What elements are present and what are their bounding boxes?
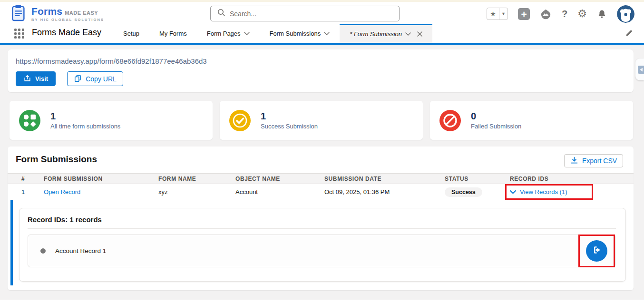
- open-record-link[interactable]: Open Record: [44, 188, 80, 195]
- record-ids-card: Record IDs: 1 records Account Record 1: [19, 208, 626, 282]
- favorites-button-group[interactable]: ★ ▼: [487, 8, 508, 20]
- copy-url-button-label: Copy URL: [86, 75, 117, 83]
- column-header-submission-date: SUBMISSION DATE: [324, 176, 445, 182]
- stat-card-all-submissions: 1 All time form submissions: [10, 101, 213, 140]
- global-search[interactable]: [210, 6, 400, 21]
- column-header-record-ids: RECORD IDS: [510, 176, 634, 182]
- shapes-icon: [19, 110, 40, 131]
- page-body: https://formsmadeasy.app/form/68e66fd92f…: [0, 45, 644, 303]
- tab-form-pages[interactable]: Form Pages: [197, 24, 260, 43]
- tab-my-forms[interactable]: My Forms: [149, 24, 197, 43]
- export-csv-button[interactable]: Export CSV: [564, 154, 623, 167]
- brand-logo: Forms MADE EASY BY HIC GLOBAL SOLUTIONS: [10, 4, 104, 24]
- stat-card-failed: 0 Failed Submission: [430, 101, 633, 140]
- brand-suffix: MADE EASY: [65, 10, 98, 16]
- tab-form-submission-active[interactable]: * Form Submission: [340, 24, 432, 43]
- global-actions-plus-icon[interactable]: +: [518, 8, 530, 20]
- brand-name: Forms: [31, 6, 62, 17]
- column-header-num: #: [21, 176, 44, 182]
- clipboard-logo-icon: [10, 4, 28, 24]
- form-url-text: https://formsmadeasy.app/form/68e66fd92f…: [16, 57, 625, 65]
- edit-pencil-icon[interactable]: [625, 29, 633, 39]
- bottom-edge-strip: [0, 300, 644, 303]
- column-header-status: STATUS: [445, 176, 510, 182]
- chevron-down-icon[interactable]: [244, 32, 250, 35]
- ban-icon: [439, 110, 461, 131]
- guidance-trailhead-icon[interactable]: [540, 9, 552, 20]
- record-ids-heading: Record IDs: 1 records: [28, 215, 616, 224]
- chevron-left-icon: [638, 66, 644, 74]
- download-icon: [570, 156, 578, 166]
- help-icon[interactable]: ?: [562, 9, 567, 20]
- form-url-card: https://formsmadeasy.app/form/68e66fd92f…: [8, 49, 634, 92]
- sign-out-icon: [592, 245, 602, 257]
- tab-label: My Forms: [159, 30, 187, 37]
- tab-form-submissions[interactable]: Form Submissions: [260, 24, 340, 43]
- stat-card-success: 1 Success Submission: [220, 101, 423, 140]
- view-records-label: View Records (1): [520, 188, 567, 195]
- stats-row: 1 All time form submissions 1 Success Su…: [10, 101, 634, 140]
- form-submissions-card: Form Submissions Export CSV # FORM SUBMI…: [8, 147, 634, 290]
- side-panel-collapse-handle[interactable]: [635, 59, 644, 80]
- brand-tagline: BY HIC GLOBAL SOLUTIONS: [31, 18, 104, 22]
- visit-button-label: Visit: [35, 75, 48, 82]
- chevron-down-icon: [510, 188, 516, 195]
- global-header: Forms MADE EASY BY HIC GLOBAL SOLUTIONS …: [0, 2, 644, 24]
- stat-label: Success Submission: [261, 123, 318, 130]
- object-name-cell: Account: [235, 188, 324, 195]
- tab-label: Form Pages: [207, 30, 241, 37]
- table-row: 1 Open Record xyz Account Oct 09, 2025, …: [8, 184, 634, 200]
- chevron-down-icon[interactable]: [405, 32, 411, 36]
- record-ids-expanded-section: Record IDs: 1 records Account Record 1: [8, 200, 634, 285]
- column-header-form-name: FORM NAME: [158, 176, 235, 182]
- favorite-star-icon[interactable]: ★: [487, 8, 499, 20]
- column-header-object-name: OBJECT NAME: [235, 176, 324, 182]
- app-navigation-bar: Forms Made Easy Setup My Forms Form Page…: [0, 24, 644, 43]
- favorites-dropdown-icon[interactable]: ▼: [499, 8, 507, 20]
- copy-icon: [74, 74, 82, 84]
- divider: [28, 228, 616, 229]
- logo-text: Forms MADE EASY BY HIC GLOBAL SOLUTIONS: [31, 6, 104, 22]
- nav-tabs: Setup My Forms Form Pages Form Submissio…: [113, 24, 432, 43]
- tab-setup[interactable]: Setup: [113, 24, 149, 43]
- search-icon: [217, 9, 225, 19]
- stat-value: 1: [50, 111, 120, 122]
- row-number: 1: [21, 188, 44, 195]
- section-title: Form Submissions: [16, 154, 97, 165]
- column-header-form-submission: FORM SUBMISSION: [44, 176, 158, 182]
- record-row: Account Record 1: [28, 235, 616, 267]
- app-name[interactable]: Forms Made Easy: [32, 28, 101, 38]
- status-badge: Success: [445, 187, 482, 197]
- tab-label: * Form Submission: [350, 30, 402, 38]
- export-csv-label: Export CSV: [582, 157, 617, 165]
- app-launcher-waffle-icon[interactable]: [14, 29, 24, 39]
- app-window: Forms MADE EASY BY HIC GLOBAL SOLUTIONS …: [0, 0, 644, 303]
- check-icon: [229, 110, 251, 131]
- visit-button[interactable]: Visit: [16, 71, 56, 86]
- expanded-indicator-bar: [10, 200, 13, 285]
- open-record-button[interactable]: [586, 240, 607, 262]
- stat-value: 1: [261, 111, 318, 122]
- header-utility-icons: ★ ▼ + ? ⚙: [487, 4, 634, 23]
- annotation-box-open-record: [578, 235, 615, 267]
- setup-gear-icon[interactable]: ⚙: [577, 9, 587, 19]
- form-name-cell: xyz: [158, 188, 235, 195]
- submission-date-cell: Oct 09, 2025, 01:36 PM: [324, 188, 445, 195]
- tab-label: Setup: [123, 30, 139, 37]
- stat-label: All time form submissions: [50, 123, 120, 130]
- search-input[interactable]: [230, 10, 382, 18]
- chevron-down-icon[interactable]: [324, 32, 330, 35]
- open-window-icon: [23, 74, 31, 84]
- user-avatar[interactable]: [617, 5, 634, 23]
- close-icon[interactable]: [417, 31, 422, 37]
- record-label: Account Record 1: [55, 247, 106, 254]
- stat-value: 0: [471, 111, 521, 122]
- submissions-header: Form Submissions Export CSV: [8, 147, 634, 173]
- view-records-toggle[interactable]: View Records (1): [510, 188, 634, 195]
- notifications-bell-icon[interactable]: [597, 9, 607, 19]
- copy-url-button[interactable]: Copy URL: [67, 71, 123, 86]
- stat-label: Failed Submission: [471, 123, 521, 130]
- tab-label: Form Submissions: [270, 30, 321, 37]
- table-header-row: # FORM SUBMISSION FORM NAME OBJECT NAME …: [8, 173, 634, 184]
- bullet-dot-icon: [40, 248, 46, 254]
